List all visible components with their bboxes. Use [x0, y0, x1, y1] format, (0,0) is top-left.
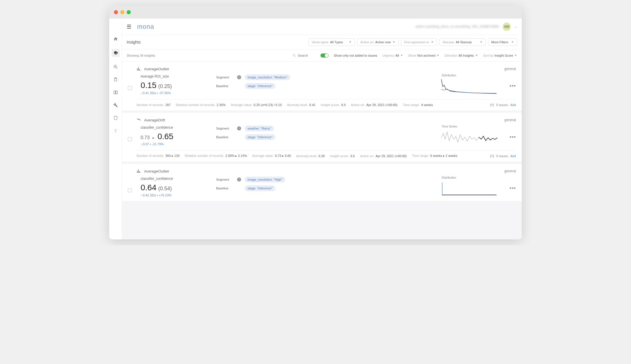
- chart-label: Time Series: [442, 125, 457, 128]
- filter-label: Stanzas: [442, 40, 454, 44]
- insight-badge: general: [504, 169, 516, 173]
- urgency-control[interactable]: Urgency All ▼: [382, 54, 403, 57]
- filter-verse-types[interactable]: Verse types All Types ▼: [309, 38, 355, 46]
- window-close-button[interactable]: [114, 10, 118, 14]
- topbar: ☰ mona admin.marketing_demo_en.something…: [122, 19, 522, 35]
- select-checkbox[interactable]: [128, 188, 132, 192]
- timeseries-sparkline: [440, 129, 498, 146]
- logo: mona: [137, 23, 154, 31]
- user-context-text: admin.marketing_demo_en.something, URL_S…: [415, 24, 499, 28]
- card-header: AverageDrift general: [137, 117, 516, 123]
- info-icon[interactable]: i: [237, 126, 241, 130]
- clipboard-icon[interactable]: [113, 77, 119, 83]
- direction-control[interactable]: Direction All Insights ▼: [445, 54, 478, 57]
- chevron-down-icon[interactable]: ⌄: [514, 25, 517, 29]
- segment-row: Segment i image_resolution: "Medium": [216, 74, 431, 80]
- primary-value: 0.15: [141, 81, 157, 90]
- page-title: Insights: [127, 40, 141, 44]
- show-only-not-added-toggle[interactable]: [320, 53, 329, 58]
- insight-type: AverageOutlier: [144, 67, 169, 71]
- segment-chip: image_resolution: "Medium": [245, 74, 290, 80]
- insights-list[interactable]: AverageOutlier general Average ROI_size …: [122, 62, 522, 239]
- delta-text: ↓ 0.41 SDs • -37.55%: [141, 91, 207, 95]
- window-zoom-button[interactable]: [127, 10, 131, 14]
- insight-card: AverageOutlier general classifier_confid…: [122, 164, 522, 201]
- svg-point-8: [293, 54, 295, 56]
- panels-icon[interactable]: [113, 89, 119, 95]
- show-control[interactable]: Show Not archived ▼: [408, 54, 439, 57]
- wrench-icon[interactable]: [113, 102, 119, 108]
- wifi-icon[interactable]: [113, 128, 119, 134]
- segment-column: Segment i image_resolution: "Medium" Bas…: [216, 74, 431, 92]
- link-icon: (•): [490, 103, 494, 107]
- chevron-down-icon: ▼: [349, 40, 352, 44]
- baseline-row: Baseline stage: "inference": [216, 83, 431, 89]
- insight-card: AverageDrift general classifier_confiden…: [122, 113, 522, 162]
- chevron-down-icon: ▼: [400, 54, 403, 57]
- window-minimize-button[interactable]: [120, 10, 124, 14]
- svg-rect-7: [116, 91, 117, 94]
- link-icon: (•): [490, 154, 494, 158]
- insight-badge: general: [504, 67, 516, 71]
- info-icon[interactable]: i: [237, 75, 241, 79]
- select-checkbox[interactable]: [128, 137, 132, 141]
- chart-label: Distribution: [442, 74, 456, 77]
- avatar[interactable]: AM: [503, 23, 511, 31]
- filter-stanzas[interactable]: Stanzas All Stanzas ▼: [439, 38, 486, 46]
- issues: (•) 0 issues Add: [490, 103, 516, 107]
- chevron-down-icon: ▼: [437, 54, 440, 57]
- card-header: AverageOutlier general: [137, 168, 516, 174]
- stats-row: Number of records:393 ▸ 129 Relative num…: [137, 150, 516, 158]
- stats-row: Number of records:287 Relative number of…: [137, 99, 516, 107]
- sort-control[interactable]: Sort by Insight Score ▼: [483, 54, 517, 57]
- home-icon[interactable]: [113, 36, 119, 42]
- metric-column: Average ROI_size 0.15 (0.25) ↓ 0.41 SDs …: [141, 74, 207, 95]
- shield-icon[interactable]: [113, 115, 119, 121]
- distribution-sparkline: [440, 78, 498, 95]
- topbar-right: admin.marketing_demo_en.something, URL_S…: [415, 23, 517, 31]
- card-body: Average ROI_size 0.15 (0.25) ↓ 0.41 SDs …: [128, 74, 516, 95]
- metric-name: classifier_confidence: [141, 125, 207, 130]
- from-value: 0.73: [141, 135, 150, 140]
- add-issue-link[interactable]: Add: [510, 103, 516, 107]
- window-titlebar: [109, 6, 522, 19]
- chart-column: Distribution: [440, 74, 501, 95]
- filter-value: All Types: [330, 40, 343, 44]
- metric-value: 0.15 (0.25): [141, 81, 207, 90]
- filter-label: Active on: [361, 40, 374, 44]
- filter-value: All Stanzas: [456, 40, 472, 44]
- chevron-down-icon: ▼: [480, 40, 483, 44]
- arrow-down-icon: ↓: [141, 142, 142, 146]
- info-icon[interactable]: i: [237, 177, 241, 182]
- main-content: ☰ mona admin.marketing_demo_en.something…: [122, 19, 522, 239]
- insights-icon[interactable]: [112, 49, 120, 57]
- filter-bar: Insights Verse types All Types ▼ Active …: [122, 35, 522, 49]
- bar-chart-icon: [137, 66, 142, 71]
- svg-line-9: [295, 56, 295, 57]
- filter-active-on[interactable]: Active on Active now ▼: [357, 38, 399, 46]
- chart-column: Distribution: [440, 177, 501, 198]
- more-menu[interactable]: •••: [510, 185, 516, 191]
- filter-first-appeared[interactable]: First appeared on ▼: [401, 38, 437, 46]
- metric-column: classifier_confidence 0.64(0.54) ↑0.42 S…: [141, 177, 207, 197]
- search-input[interactable]: [298, 54, 315, 57]
- insight-type: AverageOutlier: [144, 169, 169, 173]
- arrow-right-icon: ▸: [153, 135, 155, 140]
- more-menu[interactable]: •••: [510, 134, 516, 140]
- sidebar: [109, 19, 122, 239]
- app-window: ☰ mona admin.marketing_demo_en.something…: [109, 6, 522, 239]
- select-checkbox[interactable]: [128, 86, 132, 90]
- card-header: AverageOutlier general: [137, 66, 516, 71]
- more-menu[interactable]: •••: [510, 83, 516, 89]
- filter-more[interactable]: More Filters ▼: [488, 38, 517, 46]
- insight-badge: general: [504, 118, 516, 122]
- search-icon: [293, 54, 296, 57]
- insight-type: AverageDrift: [144, 118, 165, 122]
- zoom-in-icon[interactable]: [113, 64, 119, 70]
- add-issue-link[interactable]: Add: [510, 154, 516, 158]
- segment-label: Segment: [216, 76, 234, 79]
- menu-icon[interactable]: ☰: [127, 24, 131, 30]
- filter-value: Active now: [375, 40, 391, 44]
- chevron-down-icon: ▼: [392, 40, 395, 44]
- bar-chart-icon: [137, 168, 142, 174]
